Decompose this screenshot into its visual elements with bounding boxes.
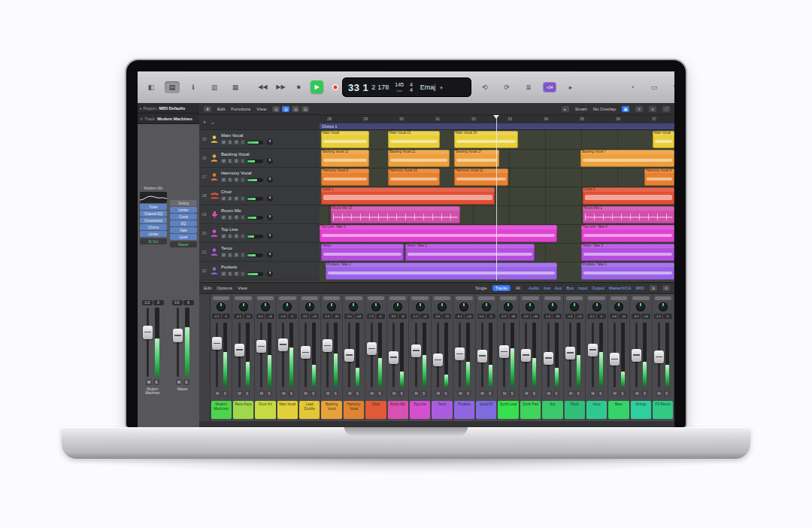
mute-button[interactable]: M	[176, 379, 182, 385]
channel-name[interactable]: Pockets	[454, 401, 474, 419]
mute-button[interactable]: M	[501, 390, 508, 396]
fader-cap[interactable]	[544, 352, 553, 365]
region[interactable]: Backing Vocal 21	[388, 150, 450, 167]
mute-button[interactable]: M	[523, 390, 529, 396]
solo-button[interactable]: S	[421, 390, 427, 396]
channel-name[interactable]: Main Vocal	[277, 401, 298, 419]
channel-strip[interactable]: -1.2+6MSTop Line	[409, 294, 431, 427]
master-badge[interactable]: +34	[543, 82, 556, 93]
filter-inst[interactable]: Inst	[544, 286, 550, 290]
fader-cap[interactable]	[278, 338, 288, 351]
channel-strip[interactable]: -2.10MSKeys	[586, 294, 607, 427]
fader-cap[interactable]	[477, 350, 487, 363]
mute-button[interactable]: M	[221, 140, 226, 145]
filter-bus[interactable]: Bus	[566, 286, 573, 290]
volume-value[interactable]: -2.2	[212, 314, 221, 319]
input-monitor-button[interactable]: I	[241, 272, 246, 277]
record-enable-button[interactable]: R	[234, 140, 239, 145]
region[interactable]: Backing Vocal 17	[454, 150, 499, 167]
plugin-slot[interactable]: Compressor	[140, 217, 167, 223]
volume-value[interactable]: -3.3	[521, 314, 530, 319]
mute-button[interactable]: M	[221, 215, 226, 220]
channel-setting-button[interactable]	[235, 296, 251, 300]
plugin-slot[interactable]: EQ	[170, 220, 197, 226]
fader-cap[interactable]	[610, 353, 620, 366]
track-header[interactable]: 20Top LineMSRI	[199, 224, 320, 243]
pan-knob[interactable]	[327, 302, 336, 311]
region[interactable]: Main Vocal	[653, 131, 674, 148]
solo-button[interactable]: S	[228, 215, 233, 220]
input-monitor-button[interactable]: I	[241, 196, 246, 202]
pan-knob[interactable]	[393, 302, 402, 311]
plugin-slot[interactable]: Limiter	[140, 231, 167, 237]
chevron-right-icon[interactable]: ▸	[563, 81, 578, 93]
pan-value[interactable]: 0	[153, 300, 164, 305]
pan-knob[interactable]	[267, 196, 273, 202]
mute-button[interactable]: M	[221, 272, 226, 277]
link-icon[interactable]: ⧉	[650, 285, 657, 291]
pan-knob[interactable]	[659, 302, 668, 311]
fader-cap[interactable]	[411, 344, 421, 357]
pan-value[interactable]: +6	[420, 314, 429, 319]
channel-setting-button[interactable]	[566, 296, 583, 300]
library-icon[interactable]: ▤	[165, 81, 180, 93]
channel-setting-button[interactable]	[478, 296, 495, 300]
record-button[interactable]	[329, 80, 341, 93]
pan-knob[interactable]	[482, 302, 491, 311]
solo-button[interactable]: S	[598, 390, 604, 396]
solo-button[interactable]: S	[183, 379, 189, 385]
grid-icon[interactable]: ▤	[272, 106, 280, 112]
solo-button[interactable]: S	[465, 390, 471, 396]
pan-knob[interactable]	[636, 302, 645, 311]
record-enable-button[interactable]: R	[234, 272, 239, 277]
play-button[interactable]: ▶	[311, 80, 323, 93]
fader-cap[interactable]	[143, 326, 153, 339]
sidebar-toggle-icon[interactable]: ◧	[144, 81, 159, 93]
channel-strip[interactable]: -2.9-30MSSynth Lead	[498, 294, 520, 427]
channel-strip[interactable]: -1.80MSMain Vocal	[277, 294, 298, 427]
channel-name[interactable]: Vocal FX	[476, 401, 496, 419]
mute-button[interactable]: M	[568, 390, 574, 396]
channel-strip[interactable]: -7.20MSChoir	[365, 294, 387, 427]
channel-strip[interactable]: 0.00MSVocal FX	[476, 294, 498, 427]
mute-button[interactable]: M	[221, 234, 226, 239]
pan-knob[interactable]	[416, 302, 425, 311]
mute-button[interactable]: M	[457, 390, 463, 396]
volume-value[interactable]: -2.6	[323, 314, 332, 319]
pan-knob[interactable]	[438, 302, 447, 311]
channel-name[interactable]: Synth Pad	[520, 401, 541, 419]
track-sort-icon[interactable]: ⌄	[211, 120, 215, 126]
input-monitor-button[interactable]: I	[241, 159, 246, 164]
plugin-slot[interactable]: Comp	[170, 214, 197, 220]
catch-icon[interactable]: ▤	[282, 106, 289, 112]
region[interactable]: Harmony Vocal 16	[388, 168, 440, 186]
solo-button[interactable]: S	[266, 390, 272, 396]
mute-button[interactable]: M	[146, 379, 152, 385]
volume-value[interactable]: -7.2	[367, 314, 376, 319]
channel-setting-button[interactable]	[389, 296, 406, 300]
pan-value[interactable]: +30	[531, 314, 540, 319]
region[interactable]: Tenor: Take 3	[581, 244, 674, 261]
menu-edit[interactable]: Edit	[217, 107, 225, 111]
pan-value[interactable]: 0	[222, 314, 231, 319]
solo-button[interactable]: S	[288, 390, 294, 396]
channel-setting-button[interactable]	[500, 296, 517, 300]
control-bar-tool-icon-1[interactable]: ▭	[647, 81, 662, 93]
mute-button[interactable]: M	[221, 178, 226, 183]
track-header[interactable]: 18ChoirMSRI	[199, 187, 320, 205]
pan-value[interactable]: 0	[183, 300, 194, 305]
pan-value[interactable]: -15	[442, 314, 451, 319]
filter-output[interactable]: Output	[592, 286, 604, 290]
record-enable-button[interactable]: R	[234, 178, 239, 183]
channel-name[interactable]: Strings	[631, 401, 651, 419]
view-mode-tracks[interactable]: Tracks	[492, 285, 511, 291]
pan-value[interactable]: -18	[553, 314, 562, 319]
fader-cap[interactable]	[212, 337, 222, 350]
lcd-display[interactable]: 33 1 2 178 145 Live 4 4 Emaj ▾	[342, 77, 471, 97]
channel-setting-button[interactable]	[611, 296, 627, 300]
channel-name[interactable]: FX Return	[653, 401, 673, 419]
menu-functions[interactable]: Functions	[231, 107, 250, 111]
channel-name[interactable]: Top Line	[410, 401, 430, 419]
input-monitor-button[interactable]: I	[241, 234, 246, 239]
pan-knob[interactable]	[349, 302, 358, 311]
